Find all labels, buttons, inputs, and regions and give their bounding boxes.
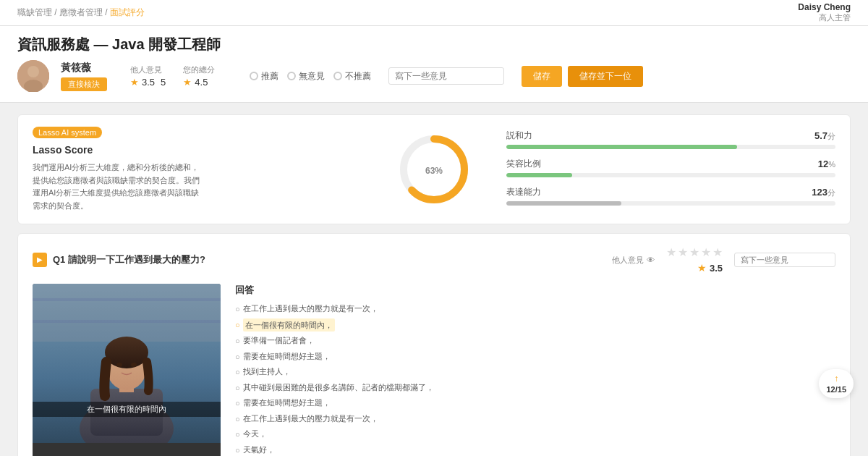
video-container[interactable]: 在一個很有限的時間內 ▶ 00:40/03:10 🔊 ⛶ <box>33 284 221 456</box>
metric-row-0: 説和力 5.7分 <box>506 130 835 149</box>
answer-item-5: ○ 其中碰到最困難的是很多名講師、記者的檔期都滿了， <box>235 381 835 394</box>
q-my-score: ★ 3.5 <box>697 262 723 274</box>
bullet-4: ○ <box>235 366 240 379</box>
star-icon: ★ <box>130 77 139 88</box>
metric-value-2: 123 <box>812 187 827 198</box>
answer-text-8: 今天， <box>243 428 267 440</box>
answer-text-0: 在工作上遇到最大的壓力就是有一次， <box>243 303 378 315</box>
video-thumbnail: 在一個很有限的時間內 <box>33 284 221 443</box>
others-count: 5 <box>161 77 166 88</box>
star-2[interactable]: ★ <box>678 245 688 259</box>
svg-point-14 <box>116 363 122 367</box>
username: Daisy Cheng <box>798 2 851 12</box>
answers-title: 回答 <box>235 284 835 297</box>
breadcrumb-item-1[interactable]: 應徵者管理 <box>59 7 103 17</box>
question-right: 他人意見 👁 ★ ★ ★ ★ ★ ★ 3.5 <box>612 245 835 274</box>
others-rating-block: 他人意見 👁 <box>612 254 655 266</box>
answer-list: ○ 在工作上遇到最大的壓力就是有一次， ○ 在一個很有限的時間內， ○ 要準備一… <box>235 303 835 456</box>
user-role: 高人主管 <box>798 12 851 23</box>
user-info: Daisy Cheng 高人主管 <box>798 2 851 23</box>
metric-unit-2: 分 <box>827 188 835 197</box>
q-others-eye: 👁 <box>647 256 655 264</box>
top-nav: 職缺管理 / 應徵者管理 / 面試評分 Daisy Cheng 高人主管 <box>0 0 868 26</box>
answer-text-1: 在一個很有限的時間內， <box>243 318 335 332</box>
my-rating-value: 4.5 <box>195 77 208 88</box>
donut-percent: 63 <box>425 166 435 176</box>
radio-label-neutral: 無意見 <box>299 70 325 83</box>
page-title: 資訊服務處 — Java 開發工程師 <box>17 35 851 54</box>
bullet-2: ○ <box>235 335 240 347</box>
lasso-badge: Lasso AI system <box>33 127 102 138</box>
bullet-5: ○ <box>235 382 240 394</box>
lasso-score-title: Lasso Score <box>33 144 362 156</box>
score-value: 3.5 <box>710 263 723 274</box>
answer-text-9: 天氣好， <box>243 444 275 456</box>
svg-rect-8 <box>33 320 221 323</box>
save-button[interactable]: 儲存 <box>522 66 562 87</box>
breadcrumb-item-2: 面試評分 <box>110 7 145 17</box>
donut-label: 63% <box>425 162 443 177</box>
bullet-0: ○ <box>235 303 240 316</box>
metric-unit-0: 分 <box>827 132 835 140</box>
q-others-label: 他人意見 <box>612 256 644 264</box>
others-rating-value: 3.5 <box>142 77 155 88</box>
donut-chart: 63% <box>394 130 474 209</box>
question-body: 請說明一下工作遇到最大的壓力? <box>68 254 205 265</box>
question-text: Q1 請說明一下工作遇到最大的壓力? <box>53 253 205 266</box>
radio-reject[interactable]: 不推薦 <box>333 70 371 83</box>
metric-value-1: 12 <box>818 159 828 169</box>
my-star-icon: ★ <box>183 77 192 88</box>
answer-text-4: 找到主持人， <box>243 366 291 378</box>
lasso-card: Lasso AI system Lasso Score 我們運用AI分析三大維度… <box>17 114 851 224</box>
scroll-indicator[interactable]: ↑ 12/15 <box>819 369 854 398</box>
others-rating-label: 他人意見 <box>130 64 166 75</box>
lasso-metrics: 説和力 5.7分 笑容比例 12% <box>506 127 835 212</box>
lasso-description: 我們運用AI分析三大維度，總和分析後的總和，提供給您該應徵者與該職缺需求的契合度… <box>33 161 206 212</box>
question-left: ▶ Q1 請說明一下工作遇到最大的壓力? <box>33 253 205 267</box>
progress-bar-0 <box>506 145 835 149</box>
metric-value-0: 5.7 <box>814 130 827 141</box>
star-4[interactable]: ★ <box>701 245 711 259</box>
bullet-6: ○ <box>235 397 240 410</box>
answers-section: 回答 ○ 在工作上遇到最大的壓力就是有一次， ○ 在一個很有限的時間內， ○ 要 <box>235 284 835 456</box>
bullet-3: ○ <box>235 351 240 363</box>
radio-recommend[interactable]: 推薦 <box>250 70 278 83</box>
answer-text-3: 需要在短時間想好主題， <box>243 350 331 363</box>
star-1[interactable]: ★ <box>666 245 676 259</box>
metric-name-0: 説和力 <box>506 130 532 142</box>
donut-unit: % <box>435 166 443 176</box>
answer-text-2: 要準備一個記者會， <box>243 334 315 347</box>
answer-text-6: 需要在短時間想好主題， <box>243 397 331 409</box>
stars-row: ★ ★ ★ ★ ★ <box>666 245 723 259</box>
action-buttons: 儲存 儲存並下一位 <box>522 66 643 87</box>
my-rating-label: 您的總分 <box>183 64 215 75</box>
video-caption: 在一個很有限的時間內 <box>33 402 221 417</box>
breadcrumb-item-0[interactable]: 職缺管理 <box>17 7 52 17</box>
radio-circle-neutral <box>287 72 296 80</box>
metric-unit-1: % <box>828 160 835 169</box>
bullet-8: ○ <box>235 428 240 441</box>
review-button[interactable]: 直接核決 <box>61 77 107 91</box>
q-my-rating: ★ ★ ★ ★ ★ ★ 3.5 <box>666 245 723 274</box>
answer-item-8: ○ 今天， <box>235 428 835 441</box>
header-area: 資訊服務處 — Java 開發工程師 黃筱薇 直接核決 他人意見 ★ <box>0 26 868 103</box>
main-content: Lasso AI system Lasso Score 我們運用AI分析三大維度… <box>0 103 868 456</box>
breadcrumb: 職缺管理 / 應徵者管理 / 面試評分 <box>17 7 145 19</box>
save-next-button[interactable]: 儲存並下一位 <box>568 66 643 87</box>
header-comment-input[interactable] <box>388 67 504 85</box>
star-3[interactable]: ★ <box>689 245 699 259</box>
answer-text-7: 在工作上遇到最大的壓力就是有一次， <box>243 413 378 425</box>
question-comment-input[interactable] <box>734 253 835 267</box>
answer-text-5: 其中碰到最困難的是很多名講師、記者的檔期都滿了， <box>243 381 434 394</box>
radio-neutral[interactable]: 無意見 <box>287 70 325 83</box>
lasso-center: 63% <box>376 127 492 212</box>
score-star-icon: ★ <box>697 262 707 274</box>
svg-point-13 <box>105 337 148 368</box>
svg-point-15 <box>131 363 137 367</box>
bullet-1: ○ <box>235 319 240 332</box>
star-5[interactable]: ★ <box>712 245 723 259</box>
radio-circle-recommend <box>250 72 258 80</box>
progress-bar-2 <box>506 201 835 206</box>
bullet-9: ○ <box>235 444 240 456</box>
answer-item-1: ○ 在一個很有限的時間內， <box>235 318 835 332</box>
